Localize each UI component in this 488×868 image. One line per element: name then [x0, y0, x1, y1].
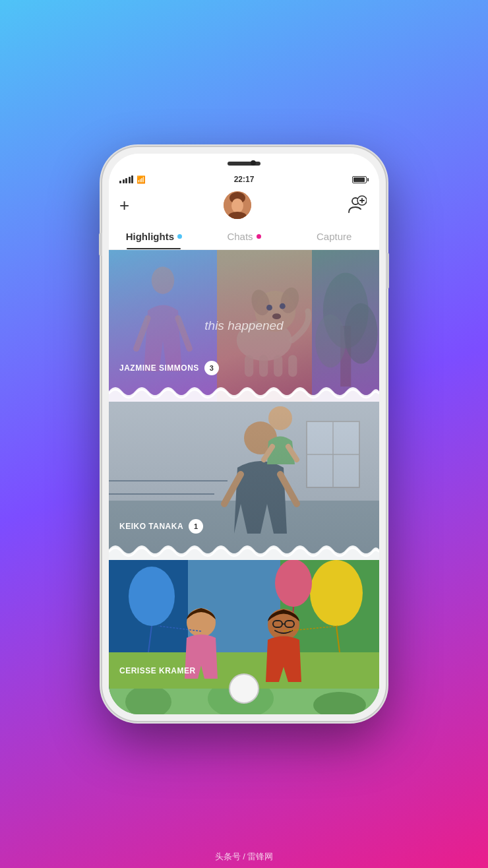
watermark: 头条号 / 雷锋网	[0, 851, 488, 863]
status-time: 22:17	[234, 175, 255, 184]
tab-capture[interactable]: Capture	[289, 224, 379, 249]
story-card-1[interactable]: this happened JAZMINE SIMMONS 3	[109, 250, 379, 402]
add-button[interactable]: +	[119, 197, 129, 214]
story-1-label: JAZMINE SIMMONS 3	[119, 361, 219, 375]
phone-wrapper: 📶 22:17 +	[102, 147, 386, 721]
highlights-dot	[177, 234, 182, 239]
tab-capture-label: Capture	[317, 231, 351, 242]
content-area: this happened JAZMINE SIMMONS 3	[109, 250, 379, 714]
wave-separator-2	[109, 539, 379, 560]
user-avatar[interactable]	[224, 191, 251, 219]
app-header: +	[109, 187, 379, 224]
battery-indicator	[352, 176, 369, 183]
story-3-label: CERISSE KRAMER	[119, 666, 196, 675]
svg-point-2	[231, 199, 243, 213]
tab-highlights[interactable]: Highlights	[109, 224, 199, 249]
story-2-overlay	[109, 402, 379, 560]
phone-top-bar	[109, 154, 379, 172]
signal-area: 📶	[119, 175, 146, 184]
bar-2	[123, 179, 125, 183]
phone-screen-area: 📶 22:17 +	[109, 154, 379, 714]
story-2-name: KEIKO TANAKA	[119, 522, 183, 531]
bar-3	[125, 178, 127, 183]
wifi-icon: 📶	[137, 175, 146, 184]
avatar-svg	[224, 191, 251, 219]
tab-chats-label: Chats	[227, 231, 253, 242]
story-2-label: KEIKO TANAKA 1	[119, 519, 203, 534]
svg-point-58	[125, 689, 171, 714]
status-bar: 📶 22:17	[109, 172, 379, 187]
story-3-name: CERISSE KRAMER	[119, 666, 196, 675]
bar-1	[119, 181, 121, 183]
story-card-2[interactable]: KEIKO TANAKA 1	[109, 402, 379, 560]
bar-5	[131, 175, 133, 183]
signal-bars	[119, 175, 133, 183]
this-happened-text: this happened	[204, 319, 283, 333]
camera-dot	[251, 160, 256, 166]
tab-highlights-label: Highlights	[126, 231, 174, 242]
person-plus-icon	[347, 195, 367, 215]
app-tabs: Highlights Chats Capture	[109, 224, 379, 250]
wave-separator-1	[109, 381, 379, 402]
story-2-count: 1	[189, 519, 203, 534]
tab-chats[interactable]: Chats	[199, 224, 290, 249]
bar-4	[129, 177, 131, 183]
profile-icon-button[interactable]	[345, 193, 369, 217]
story-card-3[interactable]: CERISSE KRAMER	[109, 560, 379, 689]
story-1-name: JAZMINE SIMMONS	[119, 363, 199, 373]
home-button[interactable]	[229, 673, 259, 704]
chats-dot	[257, 234, 261, 239]
story-1-count: 3	[204, 361, 219, 375]
